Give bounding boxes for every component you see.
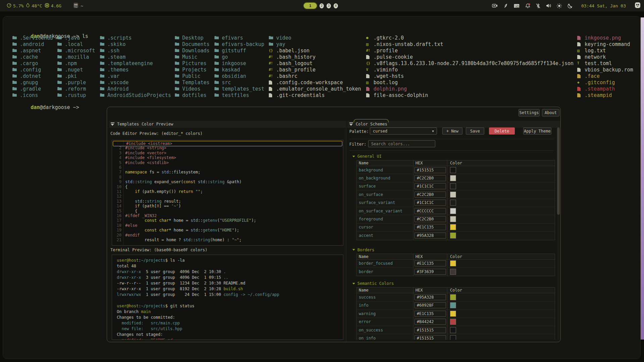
tab-templates[interactable]: Templates	[117, 122, 139, 126]
color-swatch[interactable]	[450, 208, 456, 214]
color-swatch[interactable]	[450, 327, 456, 333]
hex-value-field[interactable]: #151515	[414, 167, 446, 173]
hex-value-field[interactable]: #CCCCCC	[414, 208, 446, 214]
hex-value-field[interactable]: #1C1C1C	[414, 200, 446, 206]
color-swatch[interactable]	[450, 294, 456, 300]
code-line: 8	[112, 175, 343, 179]
hex-value-field[interactable]: #151515	[414, 335, 446, 340]
file-entry: ▤boot.log	[366, 79, 574, 86]
save-button[interactable]: Save	[466, 127, 484, 135]
terminal-window[interactable]: dan@darkgoose ~> ls .ServiceHub.android.…	[3, 16, 641, 359]
bluetooth-off-icon[interactable]	[536, 3, 540, 8]
dir-entry: AndroidStudioProjects	[100, 92, 171, 98]
color-swatch[interactable]	[450, 302, 456, 308]
hex-value-field[interactable]: #C2C2B0	[414, 175, 446, 181]
hex-value-field[interactable]: #151515	[414, 327, 446, 333]
file-entry: #!.bash_logout	[269, 60, 361, 66]
color-swatch[interactable]	[450, 200, 456, 206]
color-swatch[interactable]	[450, 311, 456, 317]
notification-bell-icon[interactable]	[525, 3, 530, 8]
hex-value-field[interactable]: #95A328	[414, 294, 446, 300]
folder-icon	[214, 93, 222, 97]
color-swatch[interactable]	[450, 260, 456, 266]
terminal-color-preview[interactable]: user@host:~/projects$ ls -latotal 48drwx…	[112, 255, 343, 340]
ls-column: .scripts.skiko.ssh.steam.templateengine.…	[100, 35, 171, 98]
file-entry: network	[577, 54, 633, 60]
tab-color-preview[interactable]: Color Preview	[142, 122, 173, 126]
delete-button[interactable]: Delete	[489, 127, 515, 135]
color-swatch[interactable]	[450, 167, 456, 173]
color-row: border_focused#E1C135	[357, 260, 555, 268]
dir-entry: kaskad	[214, 66, 264, 73]
search-colors-input[interactable]	[368, 140, 435, 147]
dir-entry: .reform	[57, 86, 95, 92]
workspace-3[interactable]: 3	[327, 3, 331, 8]
screencast-icon[interactable]	[492, 3, 498, 8]
clock[interactable]: 03:44 Sat, Jan 03	[581, 3, 626, 8]
color-row: warning#E1C135	[357, 310, 555, 318]
night-light-off-icon[interactable]	[567, 3, 573, 8]
brightness-icon[interactable]	[557, 3, 562, 8]
hex-value-field[interactable]: #E1C135	[414, 260, 446, 266]
collapse-icon[interactable]	[349, 122, 353, 126]
table-header-row: NameHEXColor	[357, 254, 555, 260]
file-icon: V	[366, 68, 374, 71]
hex-value-field[interactable]: #60928F	[414, 302, 446, 308]
hex-value-field[interactable]: #C2C2B0	[414, 216, 446, 222]
color-swatch[interactable]	[450, 183, 456, 189]
hex-value-field[interactable]: #B44242	[414, 319, 446, 325]
collapse-icon[interactable]	[111, 122, 114, 126]
section-header-semantic-colors[interactable]: Semantic Colors	[352, 281, 394, 286]
color-swatch[interactable]	[450, 269, 456, 275]
color-swatch[interactable]	[450, 175, 456, 181]
palette-dropdown[interactable]: cursed ▼	[370, 127, 437, 135]
hex-value-field[interactable]: #1C1C1C	[414, 183, 446, 189]
color-swatch[interactable]	[450, 216, 456, 222]
code-line: 21 result = home ? std::string(home) : "…	[112, 238, 343, 242]
hex-value-field[interactable]: #E1C135	[414, 311, 446, 317]
scrollbar-thumb[interactable]	[557, 127, 560, 215]
folder-icon	[214, 68, 222, 71]
color-row: on_success#151515	[357, 326, 555, 334]
color-swatch[interactable]	[450, 319, 456, 325]
section-header-borders[interactable]: Borders	[352, 248, 375, 252]
dir-entry: Android	[100, 86, 171, 92]
hex-value-field[interactable]: #C2C2B0	[414, 192, 446, 198]
dir-entry: video	[269, 35, 361, 41]
section-header-general-ui[interactable]: General UI	[352, 154, 382, 159]
owl-logo-icon[interactable]	[635, 2, 641, 10]
folder-icon	[57, 93, 65, 97]
terminal-app-icon[interactable]	[73, 2, 79, 9]
workspace-2[interactable]: 2	[319, 3, 324, 8]
color-swatch[interactable]	[450, 224, 456, 230]
color-swatch[interactable]	[450, 192, 456, 198]
color-table: NameHEXColorbackground#151515on_backgrou…	[356, 160, 555, 240]
volume-icon[interactable]	[546, 3, 551, 8]
scrollbar[interactable]	[557, 127, 560, 340]
workspace-4[interactable]: 4	[334, 3, 338, 8]
keyboard-icon[interactable]	[514, 4, 519, 8]
folder-icon	[12, 49, 20, 52]
stat-memory-chip[interactable]: 4.6G	[45, 3, 61, 9]
code-editor-preview[interactable]: #include <iostream>2#include <string>3#i…	[112, 140, 343, 246]
apply-theme-button[interactable]: Apply Theme	[523, 127, 551, 135]
settings-button[interactable]: Settings	[518, 109, 540, 116]
new-palette-button[interactable]: + New	[442, 127, 462, 135]
folder-icon	[12, 36, 20, 40]
stat-temperature[interactable]: 48°C	[26, 3, 42, 9]
about-button[interactable]: About	[542, 109, 559, 116]
hex-value-field[interactable]: #E1C135	[414, 224, 446, 230]
ls-column: DesktopDocumentsDownloadsMusicPicturesPr…	[175, 35, 209, 98]
file-entry: inkgoose.png	[577, 35, 633, 41]
hex-value-field[interactable]: #95A328	[414, 232, 446, 239]
color-swatch[interactable]	[450, 335, 456, 340]
hex-value-field[interactable]: #3F3639	[414, 269, 446, 275]
stat-gauge[interactable]: 5.7%	[7, 3, 23, 9]
file-entry: .steampid	[577, 92, 633, 98]
color-table: NameHEXColorsuccess#95A328info#60928Fwar…	[356, 287, 555, 340]
folder-icon	[100, 36, 107, 40]
file-icon	[366, 74, 374, 78]
workspace-1-active[interactable]: 1	[304, 3, 317, 9]
color-swatch[interactable]	[450, 232, 456, 239]
pen-icon[interactable]	[503, 3, 508, 8]
